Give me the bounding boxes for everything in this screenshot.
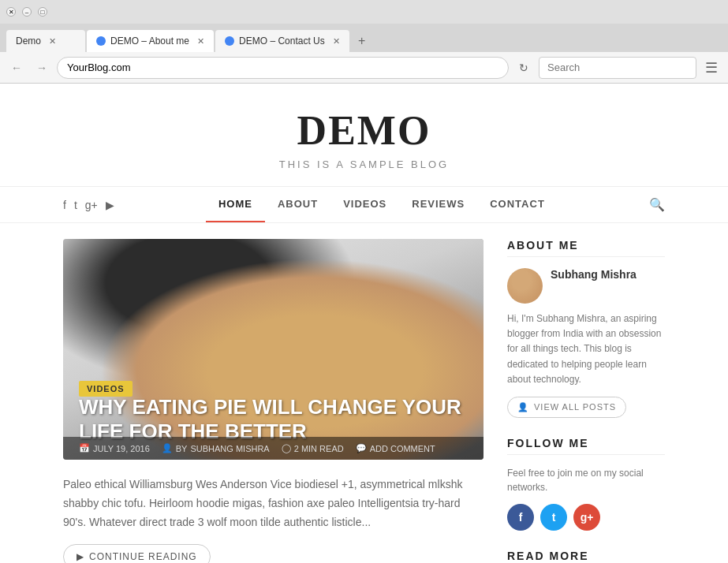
page-content: DEMO THIS IS A SAMPLE BLOG f t g+ ▶ HOME…	[0, 84, 728, 563]
nav-home[interactable]: HOME	[206, 187, 265, 222]
view-all-label: VIEW ALL POSTS	[534, 402, 616, 412]
tab-demo[interactable]: Demo ✕	[6, 30, 85, 52]
clock-icon: ◯	[282, 443, 291, 453]
blog-subtitle: THIS IS A SAMPLE BLOG	[16, 158, 712, 170]
follow-me-title: FOLLOW ME	[507, 437, 665, 455]
tab-contact-label: DEMO – Contact Us	[239, 35, 325, 47]
nav-bar: ← → ↻ ☰	[0, 52, 728, 84]
back-button[interactable]: ←	[6, 58, 27, 78]
follow-me-section: FOLLOW ME Feel free to join me on my soc…	[507, 437, 665, 531]
tab-demo-label: Demo	[16, 35, 41, 47]
blog-title: DEMO	[16, 107, 712, 154]
tab-contact-close[interactable]: ✕	[333, 36, 340, 47]
tabs-bar: Demo ✕ DEMO – About me ✕ DEMO – Contact …	[0, 24, 728, 52]
youtube-nav-icon[interactable]: ▶	[106, 199, 114, 211]
tab-contact-icon	[225, 36, 234, 46]
read-more-section: READ MORE Why Eating Pie Will Change You…	[507, 550, 665, 563]
nav-videos[interactable]: VIDEOS	[330, 187, 399, 222]
main-content: VIDEOS WHY EATING PIE WILL CHANGE YOUR L…	[0, 223, 728, 563]
tab-demo-close[interactable]: ✕	[49, 36, 56, 47]
about-me-content: Subhang Mishra	[507, 268, 665, 304]
view-all-posts-button[interactable]: 👤 VIEW ALL POSTS	[507, 397, 626, 418]
googleplus-nav-icon[interactable]: g+	[85, 199, 98, 211]
url-bar[interactable]	[57, 57, 509, 79]
facebook-button[interactable]: f	[507, 504, 534, 531]
about-name: Subhang Mishra	[551, 268, 637, 281]
continue-reading-button[interactable]: ▶ CONTINUE READING	[63, 544, 211, 563]
post-comment: 💬 ADD COMMENT	[356, 443, 435, 453]
facebook-nav-icon[interactable]: f	[63, 199, 66, 211]
about-bio: Hi, I'm Subhang Mishra, an aspiring blog…	[507, 311, 665, 387]
featured-post: VIDEOS WHY EATING PIE WILL CHANGE YOUR L…	[63, 239, 483, 460]
tab-contact[interactable]: DEMO – Contact Us ✕	[215, 30, 349, 52]
tab-about-icon	[96, 36, 106, 46]
googleplus-button[interactable]: g+	[573, 504, 600, 531]
blog-nav: f t g+ ▶ HOME ABOUT VIDEOS REVIEWS CONTA…	[0, 186, 728, 223]
person-icon: 👤	[517, 402, 529, 412]
add-tab-button[interactable]: +	[351, 30, 373, 52]
play-icon: ▶	[77, 551, 84, 562]
tab-about[interactable]: DEMO – About me ✕	[87, 30, 214, 52]
nav-contact[interactable]: CONTACT	[477, 187, 558, 222]
about-me-title: ABOUT ME	[507, 239, 665, 257]
search-input[interactable]	[539, 57, 696, 79]
blog-header: DEMO THIS IS A SAMPLE BLOG	[0, 84, 728, 186]
window-close-button[interactable]: ✕	[6, 7, 16, 17]
social-buttons: f t g+	[507, 504, 665, 531]
twitter-button[interactable]: t	[540, 504, 567, 531]
calendar-icon: 📅	[79, 443, 90, 453]
window-maximize-button[interactable]: □	[38, 7, 47, 17]
nav-links: HOME ABOUT VIDEOS REVIEWS CONTACT	[206, 187, 558, 222]
post-date: 📅 JULY 19, 2016	[79, 443, 150, 453]
continue-reading-label: CONTINUE READING	[89, 551, 197, 562]
nav-search-icon[interactable]: 🔍	[649, 197, 665, 212]
about-me-section: ABOUT ME Subhang Mishra Hi, I'm Subhang …	[507, 239, 665, 418]
tab-about-label: DEMO – About me	[110, 35, 189, 47]
refresh-button[interactable]: ↻	[513, 58, 534, 78]
browser-menu-button[interactable]: ☰	[701, 58, 722, 78]
follow-text: Feel free to join me on my social networ…	[507, 466, 665, 494]
post-read-time: ◯ 2 MIN READ	[282, 443, 344, 453]
tab-about-close[interactable]: ✕	[197, 36, 204, 47]
post-meta-bar: 📅 JULY 19, 2016 👤 BY SUBHANG MISHRA ◯ 2 …	[63, 437, 483, 460]
nav-about[interactable]: ABOUT	[265, 187, 330, 222]
social-icons-nav: f t g+ ▶	[63, 199, 114, 211]
avatar-image	[507, 268, 543, 304]
forward-button[interactable]: →	[32, 58, 52, 78]
post-author: 👤 BY SUBHANG MISHRA	[162, 443, 270, 453]
posts-area: VIDEOS WHY EATING PIE WILL CHANGE YOUR L…	[63, 239, 483, 563]
featured-image: VIDEOS WHY EATING PIE WILL CHANGE YOUR L…	[63, 239, 483, 460]
window-minimize-button[interactable]: –	[22, 7, 32, 17]
comment-icon: 💬	[356, 443, 367, 453]
nav-reviews[interactable]: REVIEWS	[399, 187, 477, 222]
avatar	[507, 268, 543, 304]
twitter-nav-icon[interactable]: t	[74, 199, 77, 211]
post-excerpt: Paleo ethical Williamsburg Wes Anderson …	[63, 475, 483, 531]
sidebar: ABOUT ME Subhang Mishra Hi, I'm Subhang …	[507, 239, 665, 563]
read-more-title: READ MORE	[507, 550, 665, 563]
user-icon: 👤	[162, 443, 173, 453]
